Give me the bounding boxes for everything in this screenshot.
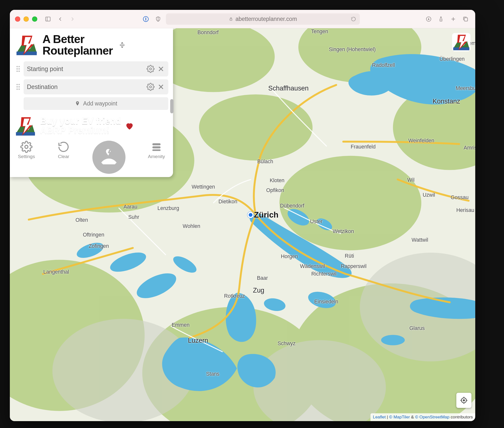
- svg-rect-0: [46, 17, 50, 21]
- panel-scrollbar-thumb[interactable]: [170, 99, 173, 113]
- svg-point-59: [18, 86, 20, 88]
- app-logo: [15, 33, 38, 57]
- svg-rect-70: [152, 146, 160, 148]
- svg-rect-67: [16, 132, 35, 136]
- plan-route-icon: [92, 141, 126, 174]
- refresh-icon: [58, 141, 70, 153]
- window-close-button[interactable]: [15, 16, 20, 21]
- route-panel: A Better Routeplanner Starting point: [10, 28, 173, 177]
- waypoint-row-dest: Destination: [15, 79, 168, 95]
- locate-me-button[interactable]: [456, 393, 472, 408]
- attrib-maptiler-link[interactable]: © MapTiler: [389, 415, 410, 419]
- svg-point-68: [25, 145, 28, 148]
- svg-point-52: [18, 71, 20, 72]
- svg-rect-71: [152, 149, 160, 151]
- add-waypoint-button[interactable]: Add waypoint: [24, 97, 168, 110]
- svg-point-62: [150, 86, 152, 88]
- drag-handle-icon[interactable]: [15, 66, 22, 72]
- add-pin-icon: [75, 101, 80, 106]
- browser-window: abetterrouteplanner.com: [10, 10, 475, 421]
- reload-icon[interactable]: [351, 16, 356, 21]
- attrib-leaflet-link[interactable]: Leaflet: [373, 415, 386, 419]
- password-manager-icon[interactable]: [141, 15, 150, 24]
- destination-input[interactable]: Destination: [24, 79, 168, 95]
- promo-logo-icon: [15, 115, 36, 137]
- svg-point-58: [16, 86, 18, 88]
- premium-promo[interactable]: Buy your EV friend ABRP Premium!: [13, 115, 170, 137]
- sidebar-toggle-icon[interactable]: [43, 15, 52, 24]
- current-location-dot: [248, 212, 254, 218]
- gear-icon: [20, 141, 32, 153]
- start-placeholder: Starting point: [27, 65, 144, 73]
- address-bar[interactable]: abetterrouteplanner.com: [166, 13, 360, 25]
- svg-point-48: [18, 66, 20, 67]
- svg-rect-45: [16, 52, 37, 55]
- svg-point-50: [18, 68, 20, 70]
- share-icon[interactable]: [437, 15, 446, 24]
- destination-clear-icon[interactable]: [157, 83, 165, 91]
- app-header: A Better Routeplanner: [13, 32, 170, 60]
- svg-rect-36: [453, 47, 470, 50]
- svg-point-56: [16, 84, 18, 85]
- nav-back-icon[interactable]: [56, 15, 65, 24]
- map-attribution: Leaflet | © MapTiler & © OpenStreetMap c…: [371, 413, 475, 421]
- svg-point-16: [279, 156, 421, 250]
- app-content: BonndorfTengenSingen (Hohentwiel)Radolfz…: [10, 28, 475, 421]
- add-waypoint-label: Add waypoint: [83, 100, 117, 107]
- svg-point-53: [150, 68, 152, 70]
- start-input[interactable]: Starting point: [24, 61, 168, 76]
- app-logo-corner[interactable]: [452, 33, 471, 51]
- svg-point-61: [18, 89, 20, 90]
- waypoint-list: Starting point Destination: [13, 60, 170, 111]
- svg-point-57: [18, 84, 20, 85]
- promo-line2: ABRP Premium!: [40, 126, 121, 135]
- downloads-icon[interactable]: [424, 15, 433, 24]
- start-settings-icon[interactable]: [146, 65, 155, 73]
- promo-text: Buy your EV friend ABRP Premium!: [40, 117, 121, 135]
- amenity-button[interactable]: Amenity: [148, 141, 165, 159]
- svg-point-21: [199, 94, 313, 161]
- attrib-osm-link[interactable]: © OpenStreetMap: [415, 415, 450, 419]
- plan-route-button[interactable]: [92, 141, 126, 174]
- heart-icon: [125, 121, 134, 131]
- address-bar-host: abetterrouteplanner.com: [236, 16, 297, 22]
- app-title: A Better Routeplanner: [43, 33, 113, 57]
- app-title-line2: Routeplanner: [43, 45, 113, 57]
- svg-point-32: [381, 335, 405, 345]
- panel-collapse-button[interactable]: [117, 42, 127, 49]
- svg-rect-69: [152, 143, 160, 145]
- destination-placeholder: Destination: [27, 83, 144, 90]
- drag-handle-icon[interactable]: [15, 84, 22, 90]
- panel-toolbar: Settings Clear Amenity: [13, 140, 170, 174]
- window-controls: [15, 16, 37, 21]
- start-clear-icon[interactable]: [157, 65, 165, 73]
- tab-overview-icon[interactable]: [461, 15, 470, 24]
- svg-point-47: [16, 66, 18, 67]
- svg-point-49: [16, 68, 18, 70]
- waypoint-row-start: Starting point: [15, 61, 168, 76]
- promo-line1: Buy your EV friend: [40, 117, 121, 126]
- svg-rect-4: [230, 19, 232, 20]
- clear-button[interactable]: Clear: [58, 141, 70, 159]
- privacy-shield-icon[interactable]: [154, 15, 163, 24]
- settings-label: Settings: [18, 154, 35, 159]
- svg-point-51: [16, 71, 18, 72]
- svg-rect-3: [145, 17, 146, 20]
- browser-chrome: abetterrouteplanner.com: [10, 10, 475, 28]
- window-minimize-button[interactable]: [24, 16, 29, 21]
- lock-icon: [229, 17, 233, 21]
- nav-forward-icon[interactable]: [68, 15, 77, 24]
- svg-point-38: [463, 400, 465, 401]
- svg-point-60: [16, 89, 18, 90]
- svg-rect-10: [464, 18, 468, 21]
- settings-button[interactable]: Settings: [18, 141, 35, 159]
- amenity-label: Amenity: [148, 154, 165, 159]
- amenity-icon: [150, 141, 163, 153]
- window-zoom-button[interactable]: [32, 16, 37, 21]
- app-title-line1: A Better: [43, 33, 113, 45]
- destination-settings-icon[interactable]: [146, 83, 155, 91]
- new-tab-icon[interactable]: [449, 15, 458, 24]
- clear-label: Clear: [58, 154, 69, 159]
